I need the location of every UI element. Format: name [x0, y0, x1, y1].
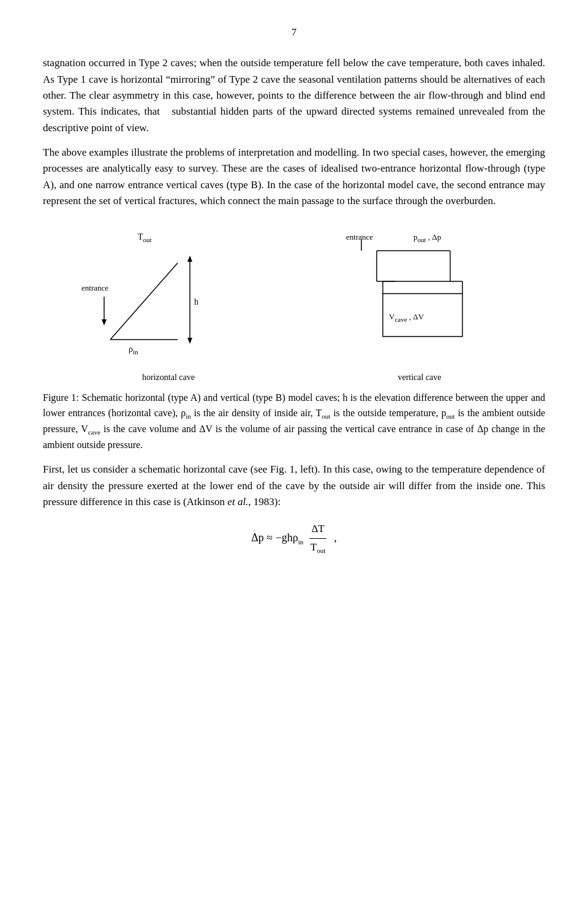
svg-text:entrance: entrance	[81, 283, 108, 292]
horizontal-cave-label: horizontal cave	[142, 371, 195, 384]
figure-area: Tout entrance h ρin horizontal cave entr…	[43, 226, 545, 384]
math-formula: Δp ≈ −ghρin ΔT Tout ,	[43, 521, 545, 556]
svg-text:h: h	[194, 297, 198, 306]
page-number: 7	[43, 25, 545, 40]
paragraph-1: stagnation occurred in Type 2 caves; whe…	[43, 55, 545, 136]
svg-marker-3	[102, 319, 107, 325]
svg-text:Tout: Tout	[138, 232, 152, 243]
svg-marker-8	[187, 338, 192, 344]
vertical-cave-label: vertical cave	[398, 371, 441, 384]
figure-right: entrance pout , Δp Vcave , ΔV vertical c…	[303, 226, 536, 384]
horizontal-cave-svg: Tout entrance h ρin	[70, 226, 266, 367]
svg-text:ρin: ρin	[129, 344, 138, 356]
paragraph-2: The above examples illustrate the proble…	[43, 145, 545, 209]
svg-marker-7	[187, 256, 192, 262]
figure-left: Tout entrance h ρin horizontal cave	[52, 226, 285, 384]
svg-text:pout , Δp: pout , Δp	[413, 232, 441, 243]
vertical-cave-svg: entrance pout , Δp Vcave , ΔV	[328, 226, 511, 367]
svg-text:Vcave , ΔV: Vcave , ΔV	[389, 312, 424, 323]
svg-line-4	[110, 263, 178, 340]
figure-caption: Figure 1: Schematic horizontal (type A) …	[43, 390, 545, 453]
paragraph-4: First, let us consider a schematic horiz…	[43, 462, 545, 510]
svg-text:entrance: entrance	[346, 232, 373, 242]
